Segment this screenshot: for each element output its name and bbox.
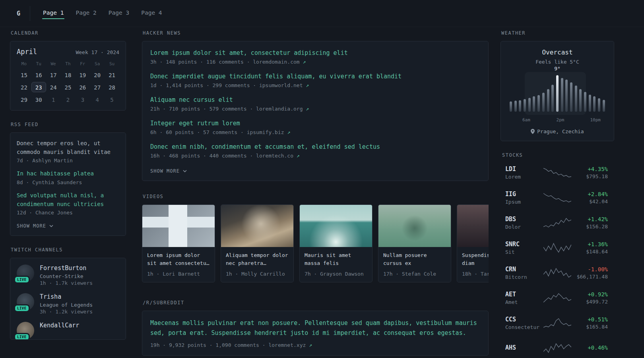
stock-row[interactable]: IIG Ipsum +2.84% $42.04: [505, 188, 608, 207]
rss-item-title[interactable]: Sed volutpat nulla nisl, a condimentum n…: [17, 191, 119, 208]
rss-item-title[interactable]: Donec tempor eros leo, ut commodo mauris…: [17, 139, 119, 156]
rss-item-meta: 8d · Cynthia Saunders: [17, 179, 119, 185]
external-link-icon[interactable]: ↗: [287, 129, 290, 135]
channel-meta: 1h · 1.7k viewers: [40, 280, 93, 286]
stock-values: +0.92% $499.72: [571, 291, 608, 305]
stock-row[interactable]: CCS Consectetur +0.51% $165.84: [505, 313, 608, 333]
weather-card: Overcast Feels like 5°C 9° 6am 2pm 10pm …: [500, 41, 614, 141]
twitch-card: LIVE ForrestBurton Counter-Strike 1h · 1…: [10, 258, 126, 340]
stock-values: +0.51% $165.84: [571, 316, 608, 330]
left-column: CALENDAR April Week 17 · 2024 MoTuWeThFr…: [10, 30, 126, 351]
twitch-channel[interactable]: LIVE ForrestBurton Counter-Strike 1h · 1…: [17, 265, 119, 286]
calendar-day: 26: [75, 82, 90, 92]
stock-name: Amet: [505, 299, 543, 305]
news-title[interactable]: Lorem ipsum dolor sit amet, consectetur …: [150, 49, 480, 56]
stock-sparkline: [543, 268, 571, 278]
video-thumbnail: [378, 205, 451, 247]
calendar-day: 17: [46, 70, 61, 80]
twitch-section-title: TWITCH CHANNELS: [11, 247, 126, 253]
weather-bar: [514, 101, 517, 112]
tab-page-3[interactable]: Page 3: [104, 5, 134, 22]
stocks-section-title: STOCKS: [502, 152, 608, 158]
news-title[interactable]: Donec enim nibh, condimentum et accumsan…: [150, 143, 480, 150]
video-meta: 1h · Lori Barnett: [142, 267, 215, 282]
stock-symbol: SNRC: [505, 241, 543, 248]
stock-price: $66,171.48: [571, 274, 608, 280]
calendar-weekday: We: [46, 61, 61, 66]
stock-row[interactable]: CRN Bitcorn -1.00% $66,171.48: [505, 263, 608, 282]
rss-show-more-button[interactable]: SHOW MORE: [17, 223, 53, 229]
external-link-icon[interactable]: ↗: [303, 59, 306, 65]
stock-price: $148.64: [571, 249, 608, 255]
rss-widget: RSS FEED Donec tempor eros leo, ut commo…: [10, 122, 126, 236]
top-bar: G Page 1Page 2Page 3Page 4: [0, 0, 644, 27]
stocks-widget: STOCKS LDI Lorem +4.35% $795.18 IIG Ipsu…: [500, 152, 614, 358]
stock-row[interactable]: AET Amet +0.92% $499.72: [505, 288, 608, 307]
page-tabs[interactable]: Page 1Page 2Page 3Page 4: [38, 5, 167, 22]
stock-row[interactable]: SNRC Sit +1.36% $148.64: [505, 238, 608, 257]
live-badge: LIVE: [14, 276, 30, 284]
video-card[interactable]: Nullam posuere cursus ex 17h · Stefan Co…: [378, 204, 451, 282]
rss-item-title[interactable]: In hac habitasse platea: [17, 169, 119, 178]
stock-row[interactable]: DBS Dolor +1.42% $156.28: [505, 213, 608, 232]
hackernews-section-title: HACKER NEWS: [143, 30, 489, 36]
twitch-channel[interactable]: LIVE KendallCarr: [17, 322, 119, 339]
calendar-header: April Week 17 · 2024: [17, 48, 119, 56]
subreddit-widget: /R/SUBREDDIT Maecenas mollis pulvinar er…: [142, 300, 489, 356]
stock-sparkline: [543, 318, 571, 328]
live-badge: LIVE: [14, 304, 30, 312]
stock-id: AHS: [505, 344, 543, 352]
external-link-icon[interactable]: ↗: [306, 82, 309, 88]
news-meta-text: 16h · 468 points · 440 comments · loremt…: [150, 153, 297, 159]
stock-symbol: AHS: [505, 344, 543, 351]
weather-bar: [524, 99, 526, 112]
video-card[interactable]: Mauris sit amet massa felis 7h · Grayson…: [299, 204, 372, 282]
video-meta: 18h · Tara: [457, 267, 489, 282]
rss-item: Donec tempor eros leo, ut commodo mauris…: [17, 139, 119, 163]
stock-change: +2.84%: [571, 191, 608, 197]
weather-section-title: WEATHER: [501, 30, 614, 36]
stock-row[interactable]: LDI Lorem +4.35% $795.18: [505, 163, 608, 182]
news-item: Integer eget rutrum lorem 6h · 60 points…: [150, 120, 480, 135]
stock-values: +2.84% $42.04: [571, 191, 608, 204]
post-title[interactable]: Maecenas mollis pulvinar erat non posuer…: [150, 318, 480, 338]
hackernews-show-more-button[interactable]: SHOW MORE: [150, 168, 187, 174]
news-title[interactable]: Donec imperdiet augue tincidunt felis al…: [150, 73, 480, 80]
external-link-icon[interactable]: ↗: [309, 342, 312, 348]
chevron-down-icon: [183, 170, 187, 172]
tab-page-1[interactable]: Page 1: [38, 5, 68, 22]
weather-bars: [510, 75, 605, 112]
twitch-channel[interactable]: LIVE Trisha League of Legends 3h · 1.2k …: [17, 293, 119, 315]
external-link-icon[interactable]: ↗: [297, 153, 300, 159]
stock-id: DBS Dolor: [505, 216, 543, 230]
stock-change: +0.46%: [571, 344, 608, 351]
rss-card: Donec tempor eros leo, ut commodo mauris…: [10, 132, 126, 236]
subreddit-section-title: /R/SUBREDDIT: [143, 300, 489, 305]
video-thumbnail: [300, 205, 372, 247]
news-item: Lorem ipsum dolor sit amet, consectetur …: [150, 49, 480, 65]
channel-info: ForrestBurton Counter-Strike 1h · 1.7k v…: [40, 265, 93, 286]
calendar-day: 1: [46, 94, 61, 105]
external-link-icon[interactable]: ↗: [306, 106, 309, 112]
weather-location: Prague, Czechia: [507, 128, 607, 134]
news-title[interactable]: Integer eget rutrum lorem: [150, 120, 480, 127]
stock-row[interactable]: AHS +0.46%: [505, 339, 608, 358]
rss-item-meta: 12d · Chance Jones: [17, 210, 119, 216]
video-card[interactable]: Lorem ipsum dolor sit amet consectetu… 1…: [142, 204, 215, 282]
news-meta: 3h · 148 points · 116 comments · loremdo…: [150, 59, 480, 65]
video-card[interactable]: Suspendisse diam 18h · Tara: [457, 204, 489, 282]
videos-row[interactable]: Lorem ipsum dolor sit amet consectetu… 1…: [142, 204, 489, 282]
channel-name: KendallCarr: [40, 322, 79, 329]
calendar-day: 24: [46, 82, 61, 92]
tab-page-2[interactable]: Page 2: [71, 5, 101, 22]
weather-bar: [589, 95, 591, 112]
tab-page-4[interactable]: Page 4: [136, 5, 167, 22]
calendar-weekday: Th: [61, 61, 76, 66]
live-badge: LIVE: [14, 333, 30, 340]
channel-avatar: LIVE: [17, 265, 34, 282]
news-title[interactable]: Aliquam nec cursus elit: [150, 96, 480, 103]
logo-divider: [30, 6, 30, 21]
video-card[interactable]: Aliquam tempor dolor nec pharetra… 1h · …: [221, 204, 294, 282]
weather-bar: [575, 86, 577, 112]
calendar-month: April: [17, 48, 37, 56]
